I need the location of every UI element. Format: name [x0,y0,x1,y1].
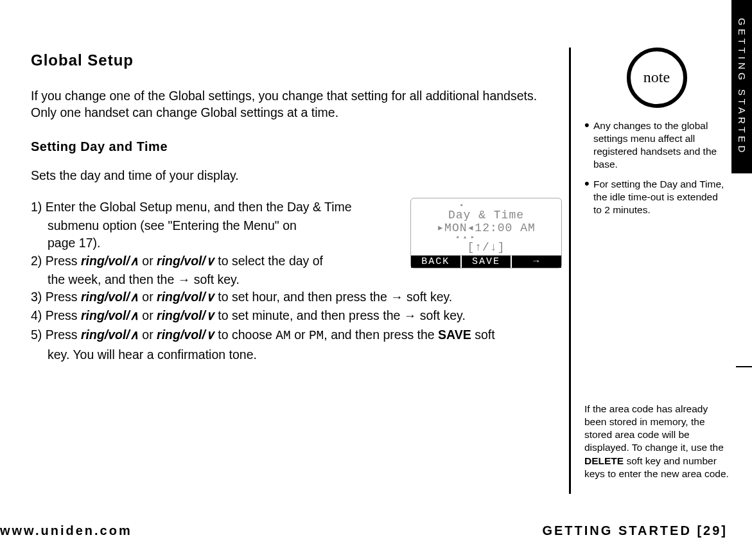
softkey-arrow: → [512,256,561,268]
footer: www.uniden.com GETTING STARTED [29] [0,523,752,538]
step-4-suffix: to set minute, and then press the → soft… [214,308,466,322]
ring-vol-up-4: ring/vol/∧ [81,308,139,322]
step-4-prefix: 4) Press [31,308,81,322]
section-heading: Setting Day and Time [31,139,557,154]
or-text-4: or [139,308,157,322]
section-intro: Sets the day and time of your display. [31,168,557,183]
step-2-suffix: to select the day of [214,254,323,268]
ring-vol-up-5: ring/vol/∧ [81,328,139,342]
or-text-3: or [139,290,157,304]
step-1-line3: page 17). [31,234,403,252]
page-title: Global Setup [31,51,557,69]
side-note-2: If the area code has already been stored… [584,403,729,480]
step-5-end1: soft [471,328,495,342]
or2-text: or [291,328,309,342]
step-5-mid1: to choose [214,328,275,342]
ring-vol-up: ring/vol/∧ [81,254,139,268]
step-5-line2: key. You will hear a confirmation tone. [31,346,557,363]
save-label: SAVE [438,328,471,342]
side-column: note Any changes to the global settings … [584,48,729,480]
footer-url: www.uniden.com [0,523,132,538]
softkey-back: BACK [411,256,462,268]
lcd-line-1: Day & Time [411,209,561,222]
lcd-softkey-bar: BACK SAVE → [411,255,561,268]
note-icon: note [627,48,687,108]
or-text-5: or [139,328,157,342]
side-bullet-2: For setting the Day and Time, the idle t… [584,178,729,216]
or-text: or [139,254,157,268]
ring-vol-down-5: ring/vol/∨ [157,328,214,342]
am-text: AM [275,329,290,343]
lcd-marker-mid: ◂ ▴ ▸ [411,234,561,241]
ring-vol-up-3: ring/vol/∧ [81,290,139,304]
step-5-line1: 5) Press ring/vol/∧ or ring/vol/∨ to cho… [31,326,557,345]
intro-text: If you change one of the Global settings… [31,87,557,121]
lcd-line-3: [↑/↓] [411,241,561,254]
step-3-suffix: to set hour, and then press the → soft k… [214,290,452,304]
pm-text: PM [309,329,324,343]
footer-page: GETTING STARTED [29] [542,523,728,538]
step-3: 3) Press ring/vol/∧ or ring/vol/∨ to set… [31,288,557,306]
ring-vol-down-3: ring/vol/∨ [157,290,214,304]
lcd-marker-top: ◂ [411,202,561,209]
step-3-prefix: 3) Press [31,290,81,304]
side-note-2a: If the area code has already been stored… [584,403,724,453]
side-bullet-1: Any changes to the global settings menu … [584,119,729,171]
step-5-mid2: , and then press the [324,328,438,342]
delete-label: DELETE [584,455,624,466]
ring-vol-down-4: ring/vol/∨ [157,308,214,322]
step-2-prefix: 2) Press [31,254,81,268]
edge-tick [736,366,752,367]
step-2-line1: 2) Press ring/vol/∧ or ring/vol/∨ to sel… [31,252,403,270]
vertical-divider [569,48,571,494]
step-2-line2: the week, and then the → soft key. [31,271,403,288]
lcd-figure: ◂ Day & Time ▸MON◂12:00 AM ◂ ▴ ▸ [↑/↓] B… [410,198,562,268]
step-1-line2: submenu option (see "Entering the Menu" … [31,217,403,234]
side-tab: GETTING STARTED [731,0,752,173]
step-5-prefix: 5) Press [31,328,81,342]
ring-vol-down: ring/vol/∨ [157,254,214,268]
side-bullets: Any changes to the global settings menu … [584,119,729,216]
step-4: 4) Press ring/vol/∧ or ring/vol/∨ to set… [31,307,557,324]
lcd-line-2: ▸MON◂12:00 AM [411,222,561,234]
softkey-save: SAVE [462,256,512,268]
step-1-line1: 1) Enter the Global Setup menu, and then… [31,198,403,216]
